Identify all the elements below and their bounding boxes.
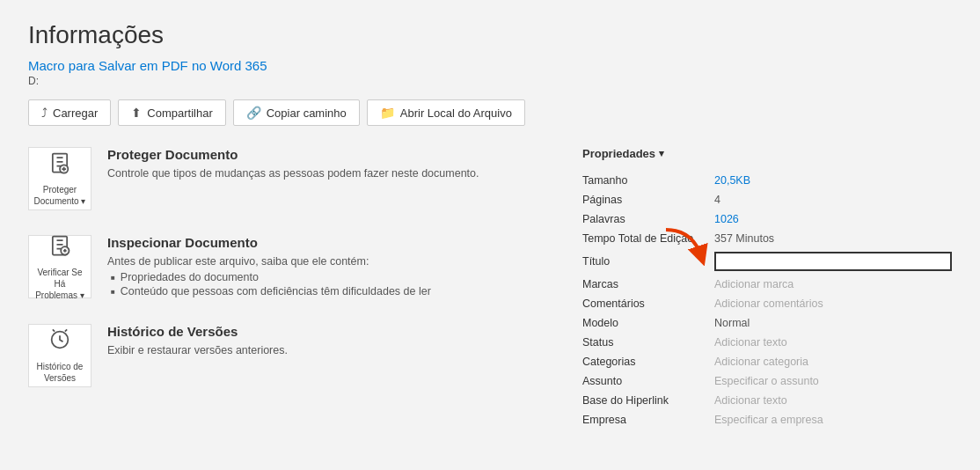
property-label: Categorias [582, 352, 714, 371]
property-row: Base do HiperlinkAdicionar texto [582, 391, 952, 410]
chevron-down-icon: ▾ [659, 148, 664, 159]
property-label: Modelo [582, 313, 714, 333]
property-value[interactable]: Adicionar texto [714, 333, 952, 352]
property-value[interactable]: Adicionar comentários [714, 294, 952, 313]
property-label: Base do Hiperlink [582, 391, 714, 410]
btn-icon-compartilhar-button: ⬆ [131, 106, 142, 120]
property-value[interactable]: Adicionar texto [714, 391, 952, 410]
historico-versoes-description: Exibir e restaurar versões anteriores. [107, 344, 288, 356]
section-proteger-documento: Proteger Documento ▾Proteger DocumentoCo… [28, 147, 547, 210]
property-label: Páginas [582, 190, 714, 209]
btn-icon-carregar-button: ⤴ [41, 106, 48, 120]
property-placeholder[interactable]: Adicionar comentários [714, 297, 823, 310]
property-row: Palavras1026 [582, 209, 952, 229]
property-placeholder[interactable]: Especificar o assunto [714, 375, 819, 387]
section-historico-versoes: Histórico de VersõesHistórico de Versões… [28, 324, 547, 387]
property-row: MarcasAdicionar marca [582, 275, 952, 294]
property-row: ComentáriosAdicionar comentários [582, 294, 952, 313]
abrir-local-button[interactable]: 📁Abrir Local do Arquivo [367, 99, 525, 126]
bullet-item: Propriedades do documento [111, 271, 431, 283]
carregar-button[interactable]: ⤴Carregar [28, 99, 111, 126]
historico-versoes-icon [48, 327, 72, 357]
property-label: Marcas [582, 275, 714, 294]
proteger-documento-icon-box[interactable]: Proteger Documento ▾ [28, 147, 91, 210]
property-placeholder[interactable]: Especificar a empresa [714, 414, 823, 426]
property-label: Tempo Total de Edição [582, 229, 714, 248]
doc-title-link[interactable]: Macro para Salvar em PDF no Word 365 [28, 58, 952, 73]
btn-label: Copiar caminho [267, 106, 347, 120]
property-value: 20,5KB [714, 171, 952, 190]
property-row: StatusAdicionar texto [582, 333, 952, 352]
inspecionar-documento-description: Antes de publicar este arquivo, saiba qu… [107, 255, 431, 268]
property-row: ModeloNormal [582, 313, 952, 333]
proteger-documento-icon [48, 151, 72, 180]
btn-label: Carregar [53, 106, 98, 120]
main-content: Proteger Documento ▾Proteger DocumentoCo… [28, 147, 952, 430]
left-panel: Proteger Documento ▾Proteger DocumentoCo… [28, 147, 547, 430]
props-header: Propriedades ▾ [582, 147, 952, 160]
inspecionar-documento-icon-label: Verificar Se Há Problemas ▾ [33, 267, 87, 301]
property-row: EmpresaEspecificar a empresa [582, 410, 952, 430]
property-label: Título [582, 248, 714, 275]
btn-icon-abrir-local-button: 📁 [380, 106, 395, 120]
property-value: 357 Minutos [714, 229, 952, 248]
btn-label: Abrir Local do Arquivo [400, 106, 512, 120]
proteger-documento-icon-label: Proteger Documento ▾ [34, 184, 86, 207]
property-value[interactable]: Especificar a empresa [714, 410, 952, 430]
property-label: Status [582, 333, 714, 352]
property-value[interactable] [714, 248, 952, 275]
property-label: Palavras [582, 209, 714, 229]
property-row: Título [582, 248, 952, 275]
historico-versoes-icon-label: Histórico de Versões [37, 361, 84, 384]
property-placeholder[interactable]: Adicionar texto [714, 336, 787, 349]
right-panel: Propriedades ▾ Tamanho20,5KBPáginas4Pala… [582, 147, 952, 430]
property-link[interactable]: 20,5KB [714, 174, 750, 187]
property-label: Comentários [582, 294, 714, 313]
property-row: Tempo Total de Edição357 Minutos [582, 229, 952, 248]
proteger-documento-title: Proteger Documento [107, 147, 479, 162]
props-table-container: Tamanho20,5KBPáginas4Palavras1026Tempo T… [582, 171, 952, 430]
doc-path: D: [28, 75, 952, 87]
property-row: Páginas4 [582, 190, 952, 209]
btn-label: Compartilhar [147, 106, 212, 120]
compartilhar-button[interactable]: ⬆Compartilhar [118, 99, 225, 126]
page-title: Informações [28, 21, 952, 49]
property-value[interactable]: Especificar o assunto [714, 371, 952, 391]
property-label: Empresa [582, 410, 714, 430]
property-value[interactable]: Adicionar categoria [714, 352, 952, 371]
props-title: Propriedades [582, 147, 655, 160]
copiar-caminho-button[interactable]: 🔗Copiar caminho [233, 99, 360, 126]
property-value: 4 [714, 190, 952, 209]
property-value[interactable]: Adicionar marca [714, 275, 952, 294]
property-placeholder[interactable]: Adicionar categoria [714, 356, 808, 368]
historico-versoes-icon-box[interactable]: Histórico de Versões [28, 324, 91, 387]
property-placeholder[interactable]: Adicionar marca [714, 278, 794, 290]
property-link[interactable]: 1026 [714, 213, 739, 225]
property-row: CategoriasAdicionar categoria [582, 352, 952, 371]
toolbar: ⤴Carregar⬆Compartilhar🔗Copiar caminho📁Ab… [28, 99, 952, 126]
property-value: 1026 [714, 209, 952, 229]
bullet-item: Conteúdo que pessoas com deficiências tê… [111, 285, 431, 297]
inspecionar-documento-title: Inspecionar Documento [107, 235, 431, 250]
section-inspecionar-documento: Verificar Se Há Problemas ▾Inspecionar D… [28, 235, 547, 299]
proteger-documento-text: Proteger DocumentoControle que tipos de … [107, 147, 479, 183]
property-label: Assunto [582, 371, 714, 391]
properties-table: Tamanho20,5KBPáginas4Palavras1026Tempo T… [582, 171, 952, 430]
proteger-documento-description: Controle que tipos de mudanças as pessoa… [107, 167, 479, 180]
btn-icon-copiar-caminho-button: 🔗 [246, 106, 261, 120]
titulo-input[interactable] [714, 252, 952, 271]
historico-versoes-text: Histórico de VersõesExibir e restaurar v… [107, 324, 288, 360]
inspecionar-documento-text: Inspecionar DocumentoAntes de publicar e… [107, 235, 431, 299]
property-row: Tamanho20,5KB [582, 171, 952, 190]
historico-versoes-title: Histórico de Versões [107, 324, 288, 339]
property-row: AssuntoEspecificar o assunto [582, 371, 952, 391]
inspecionar-documento-icon-box[interactable]: Verificar Se Há Problemas ▾ [28, 235, 91, 298]
inspecionar-documento-icon [48, 233, 72, 263]
property-placeholder[interactable]: Adicionar texto [714, 394, 787, 407]
inspecionar-documento-bullets: Propriedades do documentoConteúdo que pe… [107, 271, 431, 297]
main-container: Informações Macro para Salvar em PDF no … [0, 0, 980, 470]
property-label: Tamanho [582, 171, 714, 190]
property-value: Normal [714, 313, 952, 333]
